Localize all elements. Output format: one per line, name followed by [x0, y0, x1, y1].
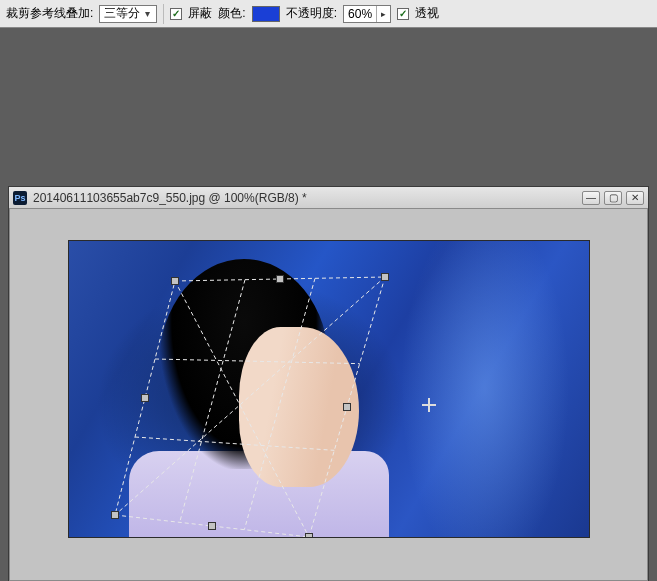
document-title: 20140611103655ab7c9_550.jpg @ 100%(RGB/8…	[33, 191, 576, 205]
app-icon: Ps	[13, 191, 27, 205]
maximize-button[interactable]: ▢	[604, 191, 622, 205]
document-window: Ps 20140611103655ab7c9_550.jpg @ 100%(RG…	[8, 186, 649, 581]
crop-options-bar: 裁剪参考线叠加: 三等分 ▾ 屏蔽 颜色: 不透明度: 60% ▸ 透视	[0, 0, 657, 28]
overlay-label: 裁剪参考线叠加:	[6, 5, 93, 22]
canvas-area	[23, 219, 634, 567]
shield-label: 屏蔽	[188, 5, 212, 22]
opacity-label: 不透明度:	[286, 5, 337, 22]
overlay-value: 三等分	[104, 5, 140, 22]
opacity-flyout-icon: ▸	[376, 6, 390, 22]
shield-checkbox[interactable]	[170, 8, 182, 20]
perspective-label: 透视	[415, 5, 439, 22]
window-buttons: — ▢ ✕	[582, 191, 644, 205]
image-canvas[interactable]	[69, 241, 589, 537]
divider	[163, 4, 164, 24]
document-titlebar[interactable]: Ps 20140611103655ab7c9_550.jpg @ 100%(RG…	[9, 187, 648, 209]
color-label: 颜色:	[218, 5, 245, 22]
minimize-button[interactable]: —	[582, 191, 600, 205]
chevron-down-icon: ▾	[140, 8, 154, 19]
overlay-dropdown[interactable]: 三等分 ▾	[99, 5, 157, 23]
crop-shield-overlay	[69, 241, 589, 537]
opacity-value: 60%	[348, 7, 376, 21]
opacity-field[interactable]: 60% ▸	[343, 5, 391, 23]
close-button[interactable]: ✕	[626, 191, 644, 205]
workspace: Ps 20140611103655ab7c9_550.jpg @ 100%(RG…	[0, 28, 657, 581]
perspective-checkbox[interactable]	[397, 8, 409, 20]
shield-color-swatch[interactable]	[252, 6, 280, 22]
